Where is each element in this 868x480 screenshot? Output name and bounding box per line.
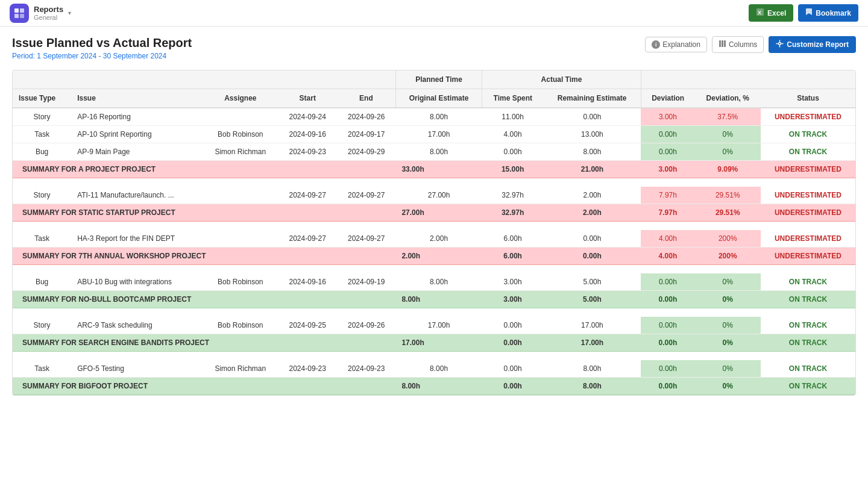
cell-status: ON TRACK [761,273,855,291]
summary-deviation: 7.97h [641,204,694,222]
cell-status: ON TRACK [761,317,855,334]
cell-issue-type: Bug [13,143,71,161]
table-row: Bug ABU-10 Bug with integrations Bob Rob… [13,273,855,291]
cell-remaining-estimate: 17.00h [543,317,641,334]
col-deviation-pct: Deviation, % [695,89,761,108]
summary-label: SUMMARY FOR SEARCH ENGINE BANDITS PROJEC… [13,334,395,352]
table-row: Story ARC-9 Task scheduling Bob Robinson… [13,317,855,334]
col-end: End [337,89,395,108]
cell-issue: AP-10 Sprint Reporting [71,126,203,143]
summary-deviation: 3.00h [641,161,694,178]
summary-status: ON TRACK [761,291,855,308]
excel-button[interactable]: X Excel [749,4,793,22]
summary-original-estimate: 8.00h [395,378,482,395]
cell-issue: ABU-10 Bug with integrations [71,273,203,291]
cell-start: 2024-09-25 [278,317,336,334]
summary-time-spent: 3.00h [482,291,544,308]
summary-remaining-estimate: 2.00h [543,204,641,222]
cell-deviation-pct: 0% [695,143,761,161]
page-period: Period: 1 September 2024 - 30 September … [12,52,192,60]
cell-issue: ATI-11 Manufacture/launch. ... [71,187,203,204]
customize-button[interactable]: Customize Report [769,36,856,53]
cell-assignee: Simon Richman [203,143,278,161]
col-status: Status [761,89,855,108]
table-body: Story AP-16 Reporting 2024-09-24 2024-09… [13,108,855,395]
col-original-estimate: Original Estimate [395,89,482,108]
columns-button[interactable]: Columns [712,36,764,53]
cell-end: 2024-09-27 [337,187,395,204]
col-assignee: Assignee [203,89,278,108]
cell-assignee [203,108,278,126]
summary-label: SUMMARY FOR BIGFOOT PROJECT [13,378,395,395]
bookmark-button[interactable]: Bookmark [798,4,858,22]
cell-remaining-estimate: 5.00h [543,273,641,291]
summary-remaining-estimate: 0.00h [543,248,641,265]
summary-time-spent: 0.00h [482,334,544,352]
summary-status: ON TRACK [761,378,855,395]
summary-row: SUMMARY FOR BIGFOOT PROJECT 8.00h 0.00h … [13,378,855,395]
cell-issue-type: Task [13,360,71,378]
cell-original-estimate: 17.00h [395,126,482,143]
svg-rect-3 [20,14,24,18]
summary-status: ON TRACK [761,334,855,352]
columns-label: Columns [729,40,757,49]
cell-assignee [203,187,278,204]
cell-start: 2024-09-27 [278,230,336,248]
cell-issue: HA-3 Report for the FIN DEPT [71,230,203,248]
cell-end: 2024-09-17 [337,126,395,143]
spacer-row [13,308,855,317]
svg-rect-2 [14,14,19,18]
info-icon: i [652,40,660,49]
summary-deviation-pct: 0% [695,291,761,308]
svg-rect-8 [724,40,726,47]
summary-time-spent: 15.00h [482,161,544,178]
cell-start: 2024-09-23 [278,143,336,161]
cell-deviation-pct: 0% [695,360,761,378]
summary-deviation-pct: 200% [695,248,761,265]
columns-icon [719,40,726,49]
actual-time-group: Actual Time [482,70,641,89]
explanation-label: Explanation [662,40,700,49]
cell-start: 2024-09-16 [278,126,336,143]
summary-deviation: 0.00h [641,291,694,308]
summary-status: UNDERESTIMATED [761,161,855,178]
cell-original-estimate: 27.00h [395,187,482,204]
summary-original-estimate: 2.00h [395,248,482,265]
cell-time-spent: 0.00h [482,317,544,334]
col-start: Start [278,89,336,108]
app-logo [10,4,29,23]
cell-original-estimate: 8.00h [395,360,482,378]
cell-issue: GFO-5 Testing [71,360,203,378]
cell-issue-type: Task [13,230,71,248]
summary-time-spent: 6.00h [482,248,544,265]
summary-deviation: 4.00h [641,248,694,265]
empty-group-header [13,70,395,89]
cell-issue-type: Bug [13,273,71,291]
svg-rect-1 [20,8,24,13]
table-row: Task HA-3 Report for the FIN DEPT 2024-0… [13,230,855,248]
topbar: Reports General ▾ X Excel Bookmark [0,0,868,26]
cell-assignee: Simon Richman [203,360,278,378]
app-info: Reports General [34,5,63,21]
cell-end: 2024-09-26 [337,317,395,334]
cell-issue: ARC-9 Task scheduling [71,317,203,334]
summary-label: SUMMARY FOR A PROJECT PROJECT [13,161,395,178]
col-issue-type: Issue Type [13,89,71,108]
cell-time-spent: 4.00h [482,126,544,143]
bookmark-icon [805,8,813,18]
summary-original-estimate: 33.00h [395,161,482,178]
cell-deviation: 4.00h [641,230,694,248]
excel-label: Excel [767,9,786,17]
summary-deviation: 0.00h [641,334,694,352]
table-row: Story ATI-11 Manufacture/launch. ... 202… [13,187,855,204]
svg-rect-7 [722,40,723,47]
page-header: Issue Planned vs Actual Report Period: 1… [12,36,856,60]
explanation-button[interactable]: i Explanation [645,37,707,52]
cell-deviation-pct: 200% [695,230,761,248]
page-title: Issue Planned vs Actual Report [12,36,192,50]
cell-end: 2024-09-23 [337,360,395,378]
svg-text:X: X [758,10,761,16]
cell-time-spent: 6.00h [482,230,544,248]
svg-rect-0 [14,8,19,13]
summary-remaining-estimate: 21.00h [543,161,641,178]
